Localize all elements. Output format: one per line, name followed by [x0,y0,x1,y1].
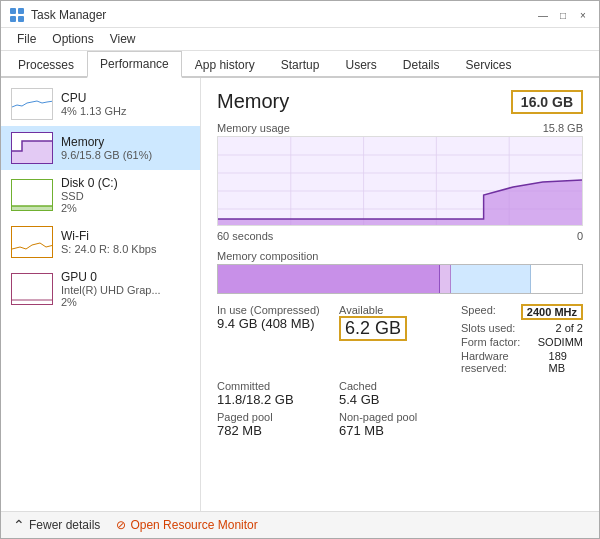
tab-performance[interactable]: Performance [87,51,182,78]
hw-value: 189 MB [549,350,583,374]
tab-bar: Processes Performance App history Startu… [1,51,599,78]
title-bar-left: Task Manager [9,7,106,23]
gpu-thumbnail [11,273,53,305]
content-header: Memory 16.0 GB [217,90,583,114]
sidebar-item-memory[interactable]: Memory 9.6/15.8 GB (61%) [1,126,200,170]
composition-in-use [218,265,440,293]
usage-label: Memory usage [217,122,290,134]
wifi-detail: S: 24.0 R: 8.0 Kbps [61,243,190,255]
non-paged-label: Non-paged pool [339,411,461,423]
stats-row-2: Committed 11.8/18.2 GB Cached 5.4 GB [217,380,583,407]
committed-label: Committed [217,380,339,392]
in-use-stat: In use (Compressed) 9.4 GB (408 MB) [217,304,339,374]
svg-rect-0 [10,8,16,14]
svg-rect-1 [18,8,24,14]
paged-value: 782 MB [217,423,339,438]
cpu-label: CPU [61,91,190,105]
total-ram-badge: 16.0 GB [511,90,583,114]
disk-label: Disk 0 (C:) [61,176,190,190]
slots-row: Slots used: 2 of 2 [461,322,583,334]
form-label: Form factor: [461,336,520,348]
hw-label: Hardware reserved: [461,350,549,374]
composition-free [531,265,582,293]
non-paged-value: 671 MB [339,423,461,438]
window-title: Task Manager [31,8,106,22]
memory-detail: 9.6/15.8 GB (61%) [61,149,190,161]
stats-row-3: Paged pool 782 MB Non-paged pool 671 MB [217,411,583,438]
tab-processes[interactable]: Processes [5,52,87,78]
open-monitor-label: Open Resource Monitor [130,518,257,532]
zero-label: 0 [577,230,583,242]
composition-modified [440,265,451,293]
menu-view[interactable]: View [102,30,144,48]
tab-services[interactable]: Services [453,52,525,78]
paged-stat: Paged pool 782 MB [217,411,339,438]
memory-usage-graph [217,136,583,226]
memory-composition-bar [217,264,583,294]
title-bar: Task Manager — □ × [1,1,599,28]
available-stat: Available 6.2 GB [339,304,461,374]
menu-options[interactable]: Options [44,30,101,48]
slots-label: Slots used: [461,322,515,334]
tab-users[interactable]: Users [332,52,389,78]
window-controls: — □ × [535,7,591,23]
gpu-label: GPU 0 [61,270,190,284]
hw-row: Hardware reserved: 189 MB [461,350,583,374]
svg-rect-2 [10,16,16,22]
slots-value: 2 of 2 [555,322,583,334]
app-icon [9,7,25,23]
time-label: 60 seconds [217,230,273,242]
form-row: Form factor: SODIMM [461,336,583,348]
max-label: 15.8 GB [543,122,583,134]
non-paged-stat: Non-paged pool 671 MB [339,411,461,438]
cached-stat: Cached 5.4 GB [339,380,461,407]
committed-stat: Committed 11.8/18.2 GB [217,380,339,407]
tab-details[interactable]: Details [390,52,453,78]
cached-value: 5.4 GB [339,392,461,407]
sidebar-item-wifi[interactable]: Wi-Fi S: 24.0 R: 8.0 Kbps [1,220,200,264]
tab-app-history[interactable]: App history [182,52,268,78]
time-label-row: 60 seconds 0 [217,230,583,244]
close-button[interactable]: × [575,7,591,23]
speed-stat: Speed: 2400 MHz Slots used: 2 of 2 Form … [461,304,583,374]
sidebar-item-disk[interactable]: Disk 0 (C:) SSD2% [1,170,200,220]
fewer-details-label: Fewer details [29,518,100,532]
speed-value: 2400 MHz [521,304,583,320]
sidebar-item-cpu[interactable]: CPU 4% 1.13 GHz [1,82,200,126]
tab-startup[interactable]: Startup [268,52,333,78]
content-title: Memory [217,90,289,113]
cached-label: Cached [339,380,461,392]
usage-label-row: Memory usage 15.8 GB [217,122,583,136]
content-panel: Memory 16.0 GB Memory usage 15.8 GB [201,78,599,511]
cpu-thumbnail [11,88,53,120]
fewer-details-button[interactable]: ⌃ Fewer details [13,517,100,533]
main-content: CPU 4% 1.13 GHz Memory 9.6/15.8 GB (61%) [1,78,599,511]
minimize-button[interactable]: — [535,7,551,23]
menu-bar: File Options View [1,28,599,51]
stats-row-1: In use (Compressed) 9.4 GB (408 MB) Avai… [217,304,583,374]
monitor-icon: ⊘ [116,518,126,532]
menu-file[interactable]: File [9,30,44,48]
composition-label: Memory composition [217,250,583,262]
memory-label: Memory [61,135,190,149]
available-value: 6.2 GB [339,316,407,341]
open-resource-monitor-button[interactable]: ⊘ Open Resource Monitor [116,518,257,532]
sidebar: CPU 4% 1.13 GHz Memory 9.6/15.8 GB (61%) [1,78,201,511]
form-value: SODIMM [538,336,583,348]
footer: ⌃ Fewer details ⊘ Open Resource Monitor [1,511,599,538]
disk-thumbnail [11,179,53,211]
sidebar-item-gpu[interactable]: GPU 0 Intel(R) UHD Grap...2% [1,264,200,314]
in-use-value: 9.4 GB (408 MB) [217,316,339,331]
in-use-label: In use (Compressed) [217,304,339,316]
speed-label: Speed: [461,304,496,320]
memory-thumbnail [11,132,53,164]
maximize-button[interactable]: □ [555,7,571,23]
disk-detail: SSD2% [61,190,190,214]
task-manager-window: Task Manager — □ × File Options View Pro… [0,0,600,539]
gpu-detail: Intel(R) UHD Grap...2% [61,284,190,308]
cpu-detail: 4% 1.13 GHz [61,105,190,117]
composition-standby [451,265,531,293]
available-label: Available [339,304,461,316]
speed-row: Speed: 2400 MHz [461,304,583,320]
wifi-thumbnail [11,226,53,258]
